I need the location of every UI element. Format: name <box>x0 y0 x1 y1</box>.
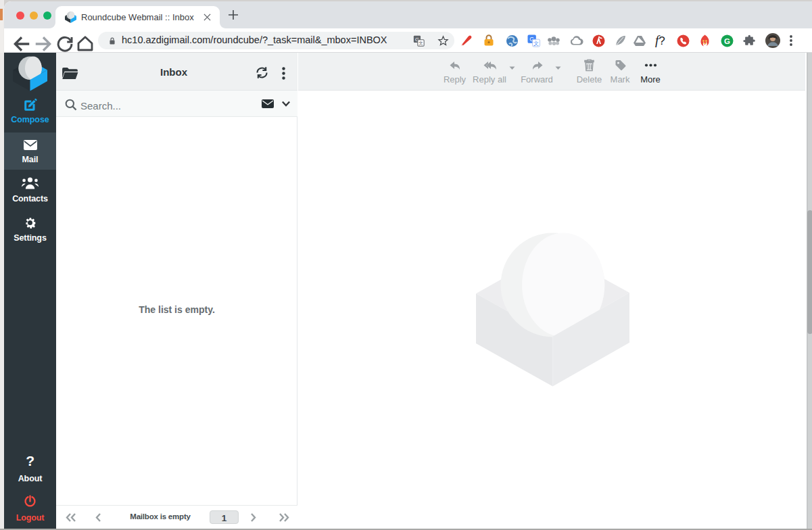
svg-text:文: 文 <box>533 41 539 47</box>
svg-text:文: 文 <box>419 41 423 45</box>
svg-text:G: G <box>724 37 730 45</box>
